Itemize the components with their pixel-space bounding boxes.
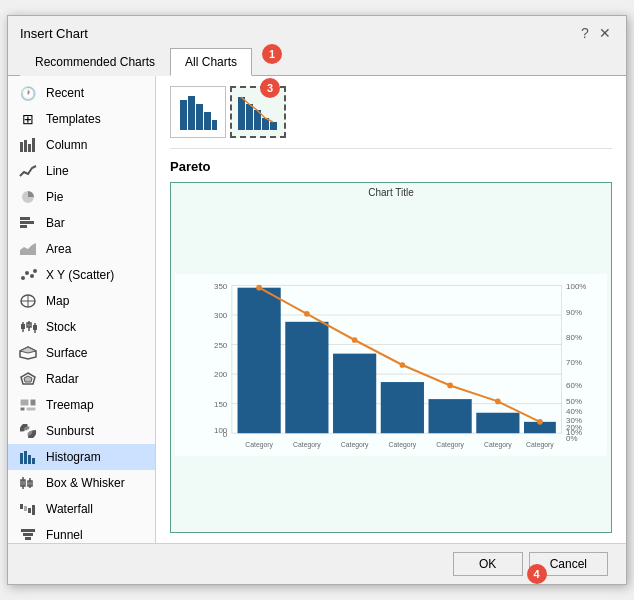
sidebar-item-line[interactable]: Line	[8, 158, 155, 184]
svg-rect-90	[429, 399, 472, 433]
chart-preview-title: Chart Title	[368, 187, 414, 198]
svg-rect-52	[204, 112, 211, 130]
dialog-title: Insert Chart	[20, 26, 88, 41]
sidebar-item-histogram[interactable]: Histogram	[8, 444, 155, 470]
svg-marker-7	[20, 243, 36, 255]
sidebar-item-recent[interactable]: Recent	[8, 80, 155, 106]
svg-rect-51	[196, 104, 203, 130]
svg-text:Category: Category	[436, 441, 464, 449]
annotation-badge-3: 3	[260, 78, 280, 98]
svg-rect-31	[20, 453, 23, 464]
main-content: 2	[156, 76, 626, 543]
svg-marker-24	[24, 376, 32, 382]
svg-text:80%: 80%	[566, 333, 582, 342]
svg-rect-55	[246, 104, 253, 130]
svg-rect-27	[20, 407, 25, 411]
svg-rect-1	[24, 140, 27, 152]
sidebar-label-column: Column	[46, 138, 87, 152]
svg-rect-5	[20, 221, 34, 224]
svg-rect-39	[20, 504, 23, 509]
svg-rect-44	[23, 533, 33, 536]
svg-text:Category: Category	[293, 441, 321, 449]
title-buttons: ? ✕	[576, 24, 614, 42]
stock-icon	[18, 319, 38, 335]
svg-point-9	[25, 271, 29, 275]
svg-rect-40	[24, 506, 27, 511]
sidebar-item-funnel[interactable]: Funnel	[8, 522, 155, 543]
recent-icon	[18, 85, 38, 101]
sidebar-item-column[interactable]: Column	[8, 132, 155, 158]
sidebar-label-funnel: Funnel	[46, 528, 83, 542]
chart-type-name: Pareto	[170, 159, 612, 174]
sunburst-icon	[18, 423, 38, 439]
svg-text:70%: 70%	[566, 358, 582, 367]
sidebar-item-bar[interactable]: Bar	[8, 210, 155, 236]
svg-text:200: 200	[214, 371, 228, 380]
histogram-icon	[18, 449, 38, 465]
sidebar-item-sunburst[interactable]: Sunburst	[8, 418, 155, 444]
svg-text:150: 150	[214, 400, 228, 409]
svg-point-96	[400, 362, 406, 368]
ok-button[interactable]: OK	[453, 552, 523, 576]
tabs-row: Recommended Charts All Charts 1	[8, 48, 626, 76]
svg-text:60%: 60%	[566, 381, 582, 390]
svg-rect-50	[188, 96, 195, 130]
svg-rect-0	[20, 142, 23, 152]
tab-recommended[interactable]: Recommended Charts	[20, 48, 170, 76]
svg-rect-88	[333, 354, 376, 434]
xy-icon	[18, 267, 38, 283]
chart-type-sidebar: Recent Templates Column	[8, 76, 156, 543]
box-whisker-icon	[18, 475, 38, 491]
sidebar-label-xy: X Y (Scatter)	[46, 268, 114, 282]
map-icon	[18, 293, 38, 309]
svg-rect-41	[28, 508, 31, 513]
sidebar-item-xy[interactable]: X Y (Scatter)	[8, 262, 155, 288]
svg-text:90%: 90%	[566, 308, 582, 317]
svg-text:Category: Category	[484, 441, 512, 449]
svg-rect-54	[238, 97, 245, 130]
pie-icon	[18, 189, 38, 205]
sidebar-label-templates: Templates	[46, 112, 101, 126]
sidebar-item-pie[interactable]: Pie	[8, 184, 155, 210]
chart-preview-area: Chart Title 350 300	[170, 182, 612, 533]
sidebar-item-map[interactable]: Map	[8, 288, 155, 314]
svg-point-99	[537, 419, 543, 425]
help-button[interactable]: ?	[576, 24, 594, 42]
sidebar-item-area[interactable]: Area	[8, 236, 155, 262]
insert-chart-dialog: Insert Chart ? ✕ Recommended Charts All …	[7, 15, 627, 585]
svg-text:300: 300	[214, 311, 228, 320]
sidebar-item-treemap[interactable]: Treemap	[8, 392, 155, 418]
waterfall-icon	[18, 501, 38, 517]
svg-rect-49	[180, 100, 187, 130]
svg-rect-6	[20, 225, 27, 228]
sidebar-item-stock[interactable]: Stock	[8, 314, 155, 340]
svg-rect-43	[21, 529, 35, 532]
sidebar-item-surface[interactable]: Surface	[8, 340, 155, 366]
sidebar-item-templates[interactable]: Templates	[8, 106, 155, 132]
svg-rect-25	[20, 399, 29, 406]
tab-all-charts[interactable]: All Charts	[170, 48, 252, 76]
treemap-icon	[18, 397, 38, 413]
annotation-badge-1: 1	[262, 44, 282, 64]
svg-point-8	[21, 276, 25, 280]
sidebar-item-box-whisker[interactable]: Box & Whisker	[8, 470, 155, 496]
svg-rect-20	[33, 325, 37, 330]
svg-point-94	[304, 311, 310, 317]
svg-rect-42	[32, 505, 35, 515]
column-icon	[18, 137, 38, 153]
sidebar-item-waterfall[interactable]: Waterfall	[8, 496, 155, 522]
sidebar-label-sunburst: Sunburst	[46, 424, 94, 438]
svg-point-97	[447, 383, 453, 389]
svg-rect-87	[285, 322, 328, 433]
radar-icon	[18, 371, 38, 387]
histogram-thumbnail[interactable]	[170, 86, 226, 138]
pareto-chart-svg: 350 300 250 200 150 100 0 100% 90% 80% 7…	[175, 202, 607, 528]
line-icon	[18, 163, 38, 179]
bar-icon	[18, 215, 38, 231]
svg-rect-53	[212, 120, 217, 130]
sidebar-item-radar[interactable]: Radar	[8, 366, 155, 392]
svg-rect-2	[28, 144, 31, 152]
sidebar-label-line: Line	[46, 164, 69, 178]
sidebar-label-map: Map	[46, 294, 69, 308]
close-button[interactable]: ✕	[596, 24, 614, 42]
